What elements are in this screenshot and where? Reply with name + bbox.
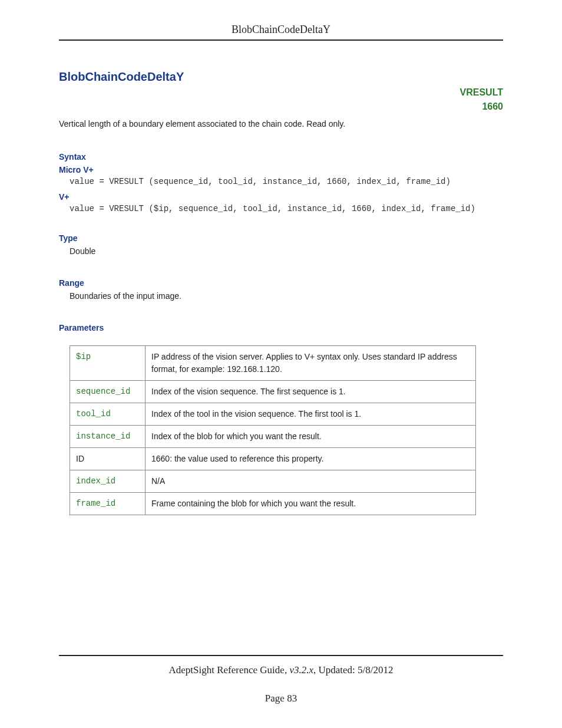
page-number: Page 83 bbox=[59, 693, 503, 704]
syntax-micro-code: value = VRESULT (sequence_id, tool_id, i… bbox=[70, 177, 503, 186]
table-row: ID1660: the value used to reference this… bbox=[70, 448, 476, 470]
range-value: Boundaries of the input image. bbox=[70, 291, 503, 301]
table-row: tool_idIndex of the tool in the vision s… bbox=[70, 403, 476, 426]
table-row: $ipIP address of the vision server. Appl… bbox=[70, 346, 476, 381]
badge-line-2: 1660 bbox=[460, 100, 503, 114]
param-desc: IP address of the vision server. Applies… bbox=[146, 346, 476, 381]
syntax-vplus-code: value = VRESULT ($ip, sequence_id, tool_… bbox=[70, 204, 503, 213]
param-name: sequence_id bbox=[70, 381, 146, 403]
footer-line: AdeptSight Reference Guide, v3.2.x, Upda… bbox=[59, 664, 503, 676]
description-text: Vertical length of a boundary element as… bbox=[59, 119, 503, 129]
title-row: BlobChainCodeDeltaY VRESULT 1660 bbox=[59, 70, 503, 84]
param-desc: Index of the vision sequence. The first … bbox=[146, 381, 476, 403]
syntax-micro-label: Micro V+ bbox=[59, 165, 503, 174]
footer-rule bbox=[59, 655, 503, 656]
param-desc: 1660: the value used to reference this p… bbox=[146, 448, 476, 470]
syntax-heading: Syntax bbox=[59, 152, 503, 162]
parameters-table: $ipIP address of the vision server. Appl… bbox=[70, 345, 476, 515]
table-row: instance_idIndex of the blob for which y… bbox=[70, 426, 476, 448]
footer-book: AdeptSight Reference Guide bbox=[169, 664, 285, 676]
param-name: $ip bbox=[70, 346, 146, 381]
param-name: frame_id bbox=[70, 493, 146, 515]
type-value: Double bbox=[70, 246, 503, 256]
param-desc: N/A bbox=[146, 470, 476, 493]
param-name: ID bbox=[70, 448, 146, 470]
param-name: tool_id bbox=[70, 403, 146, 426]
header-rule bbox=[59, 39, 503, 41]
table-row: frame_idFrame containing the blob for wh… bbox=[70, 493, 476, 515]
syntax-vplus-label: V+ bbox=[59, 192, 503, 202]
footer-version: , v3.2.x bbox=[285, 664, 313, 676]
table-row: index_idN/A bbox=[70, 470, 476, 493]
table-row: sequence_idIndex of the vision sequence.… bbox=[70, 381, 476, 403]
param-name: index_id bbox=[70, 470, 146, 493]
range-heading: Range bbox=[59, 278, 503, 288]
param-desc: Index of the blob for which you want the… bbox=[146, 426, 476, 448]
param-desc: Index of the tool in the vision sequence… bbox=[146, 403, 476, 426]
parameters-heading: Parameters bbox=[59, 323, 503, 332]
page-footer: AdeptSight Reference Guide, v3.2.x, Upda… bbox=[59, 655, 503, 704]
param-desc: Frame containing the blob for which you … bbox=[146, 493, 476, 515]
page-container: BlobChainCodeDeltaY BlobChainCodeDeltaY … bbox=[0, 0, 562, 728]
page-title: BlobChainCodeDeltaY bbox=[59, 70, 503, 84]
running-header: BlobChainCodeDeltaY bbox=[59, 24, 503, 39]
type-heading: Type bbox=[59, 233, 503, 243]
vresult-badge: VRESULT 1660 bbox=[460, 85, 503, 114]
badge-line-1: VRESULT bbox=[460, 85, 503, 100]
param-name: instance_id bbox=[70, 426, 146, 448]
footer-updated: , Updated: 5/8/2012 bbox=[313, 664, 394, 676]
